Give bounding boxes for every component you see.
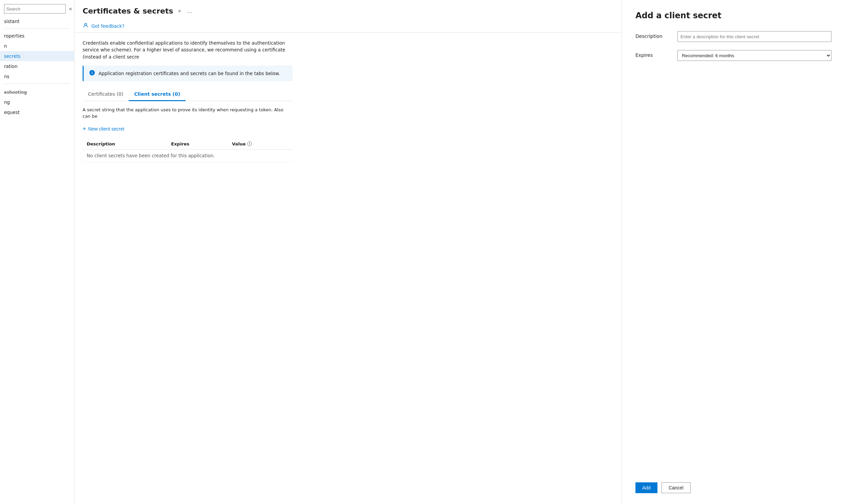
sidebar-item-secrets[interactable]: secrets bbox=[0, 51, 74, 61]
info-banner-text: Application registration certificates an… bbox=[99, 71, 280, 76]
feedback-bar: Got feedback? bbox=[74, 20, 622, 33]
feedback-link[interactable]: Got feedback? bbox=[91, 23, 125, 29]
sidebar-nav: sistant roperties n secrets ration ns es… bbox=[0, 16, 74, 119]
sidebar-item-ration[interactable]: ration bbox=[0, 61, 74, 71]
tabs-bar: Certificates (0) Client secrets (0) bbox=[83, 88, 293, 101]
sidebar-divider-1 bbox=[4, 29, 70, 29]
more-options-icon[interactable]: ... bbox=[186, 7, 194, 15]
sidebar-item-ns[interactable]: ns bbox=[0, 71, 74, 82]
sidebar-item-assistant[interactable]: sistant bbox=[0, 16, 74, 26]
main-content: Certificates & secrets ⌖ ... Got feedbac… bbox=[74, 0, 622, 504]
expires-label: Expires bbox=[635, 50, 669, 58]
feedback-person-icon bbox=[83, 22, 89, 30]
plus-icon: + bbox=[83, 126, 86, 132]
col-description: Description bbox=[83, 139, 167, 149]
page-title: Certificates & secrets bbox=[83, 7, 173, 15]
svg-text:i: i bbox=[91, 71, 92, 75]
info-icon: i bbox=[89, 70, 95, 77]
sidebar-section-troubleshooting: eshooting bbox=[0, 86, 74, 97]
sidebar: « sistant roperties n secrets ration ns … bbox=[0, 0, 74, 504]
table-header-row: Description Expires Value i bbox=[83, 139, 293, 149]
svg-point-0 bbox=[85, 23, 87, 25]
empty-secrets-message: No client secrets have been created for … bbox=[83, 149, 293, 162]
cancel-button[interactable]: Cancel bbox=[661, 482, 691, 493]
sidebar-item-n[interactable]: n bbox=[0, 41, 74, 51]
sidebar-item-ng[interactable]: ng bbox=[0, 97, 74, 107]
content-area: Credentials enable confidential applicat… bbox=[74, 33, 622, 504]
description-input[interactable] bbox=[677, 31, 831, 42]
info-banner: i Application registration certificates … bbox=[83, 66, 293, 81]
pin-icon[interactable]: ⌖ bbox=[177, 7, 183, 15]
client-secrets-description: A secret string that the application use… bbox=[83, 107, 293, 120]
panel-footer: Add Cancel bbox=[635, 474, 831, 504]
new-client-secret-button[interactable]: + New client secret bbox=[83, 125, 124, 133]
expires-select[interactable]: Recommended: 6 months 12 months 18 month… bbox=[677, 50, 831, 61]
add-button[interactable]: Add bbox=[635, 482, 657, 493]
form-row-expires: Expires Recommended: 6 months 12 months … bbox=[635, 50, 831, 61]
intro-text: Credentials enable confidential applicat… bbox=[83, 40, 293, 60]
page-header: Certificates & secrets ⌖ ... bbox=[74, 0, 622, 20]
col-value-label: Value bbox=[232, 141, 246, 146]
tab-client-secrets[interactable]: Client secrets (0) bbox=[128, 88, 186, 101]
sidebar-item-properties[interactable]: roperties bbox=[0, 31, 74, 41]
value-info-icon[interactable]: i bbox=[247, 141, 252, 146]
secrets-table: Description Expires Value i No client se… bbox=[83, 139, 293, 162]
new-client-secret-label: New client secret bbox=[88, 126, 125, 131]
sidebar-search-wrap: « bbox=[0, 0, 74, 16]
tab-certificates[interactable]: Certificates (0) bbox=[83, 88, 128, 101]
collapse-sidebar-button[interactable]: « bbox=[68, 5, 73, 13]
right-panel: Add a client secret Description Expires … bbox=[622, 0, 845, 504]
panel-title: Add a client secret bbox=[635, 11, 831, 20]
sidebar-divider-2 bbox=[4, 84, 70, 84]
col-expires: Expires bbox=[167, 139, 228, 149]
table-empty-row: No client secrets have been created for … bbox=[83, 149, 293, 162]
sidebar-item-request[interactable]: equest bbox=[0, 107, 74, 118]
col-value: Value i bbox=[228, 139, 293, 149]
description-label: Description bbox=[635, 31, 669, 39]
search-input[interactable] bbox=[4, 4, 66, 14]
form-row-description: Description bbox=[635, 31, 831, 42]
